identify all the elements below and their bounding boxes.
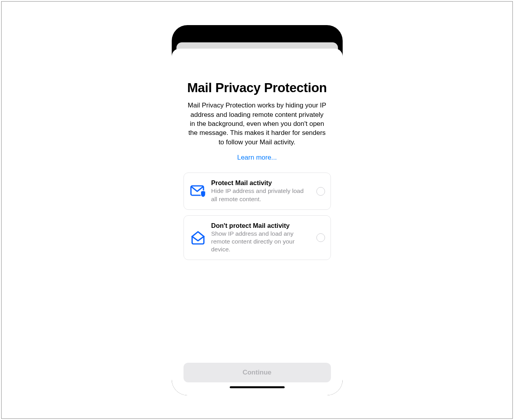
sheet-content: Mail Privacy Protection Mail Privacy Pro…	[183, 49, 331, 363]
option-protect-title: Protect Mail activity	[211, 179, 311, 187]
page-title: Mail Privacy Protection	[187, 80, 327, 96]
home-indicator	[230, 386, 285, 388]
radio-dont-protect[interactable]	[316, 233, 325, 242]
option-dont-protect[interactable]: Don't protect Mail activity Show IP addr…	[183, 215, 331, 260]
radio-protect[interactable]	[316, 187, 325, 196]
option-protect-text: Protect Mail activity Hide IP address an…	[211, 179, 311, 203]
document-frame: Mail Privacy Protection Mail Privacy Pro…	[1, 1, 513, 419]
option-protect-subtitle: Hide IP address and privately load all r…	[211, 187, 311, 203]
description-text: Mail Privacy Protection works by hiding …	[187, 101, 327, 147]
option-dont-protect-subtitle: Show IP address and load any remote cont…	[211, 230, 311, 253]
options-group: Protect Mail activity Hide IP address an…	[183, 173, 331, 260]
sheet-footer: Continue	[183, 363, 331, 395]
modal-sheet: Mail Privacy Protection Mail Privacy Pro…	[172, 49, 343, 395]
mail-shield-icon	[190, 184, 206, 199]
option-protect[interactable]: Protect Mail activity Hide IP address an…	[183, 173, 331, 209]
phone-frame: Mail Privacy Protection Mail Privacy Pro…	[172, 25, 343, 395]
mail-open-icon	[190, 230, 206, 245]
option-dont-protect-text: Don't protect Mail activity Show IP addr…	[211, 222, 311, 253]
option-dont-protect-title: Don't protect Mail activity	[211, 222, 311, 229]
learn-more-link[interactable]: Learn more...	[237, 154, 277, 162]
continue-button[interactable]: Continue	[183, 363, 331, 382]
